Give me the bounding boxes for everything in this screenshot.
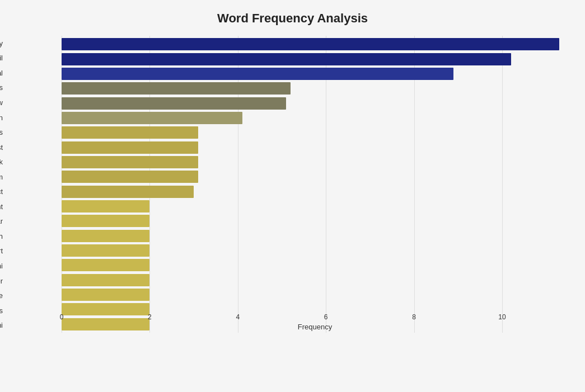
bar-karachi xyxy=(62,259,149,271)
x-tick: 6 xyxy=(324,313,328,321)
bar-row xyxy=(62,37,568,51)
bar-row xyxy=(62,273,568,287)
y-label-terrorist: terrorist xyxy=(0,144,3,151)
bar-attack xyxy=(62,156,198,168)
bars-wrapper xyxy=(62,36,568,333)
bar-pakistan xyxy=(62,112,242,124)
bar-members xyxy=(62,82,291,95)
y-label-act: act xyxy=(0,188,3,195)
bar-international xyxy=(62,68,453,80)
y-label-international: international xyxy=(0,69,3,77)
y-label-nationals: nationals xyxy=(0,307,3,314)
y-label-security: security xyxy=(0,40,3,47)
bar-press xyxy=(62,126,198,139)
bar-terrorist xyxy=(62,141,198,154)
bar-act xyxy=(62,186,194,198)
bar-row xyxy=(62,125,568,140)
y-label-attack: attack xyxy=(0,158,3,166)
bar-airport xyxy=(62,244,149,257)
chart-area: securitycouncilinternationalmemberslawpa… xyxy=(62,36,568,355)
bar-row xyxy=(62,258,568,272)
y-label-terrorism: terrorism xyxy=(0,173,3,181)
y-label-press: press xyxy=(0,129,3,136)
bars-and-grid: 0246810 Frequency xyxy=(62,36,568,333)
bar-council xyxy=(62,53,511,65)
bar-terrorism xyxy=(62,171,198,183)
chart-title: Word Frequency Analysis xyxy=(17,11,568,26)
bar-row xyxy=(62,184,568,199)
x-axis: 0246810 Frequency xyxy=(62,310,568,333)
y-label-near: near xyxy=(0,218,3,225)
bar-law xyxy=(62,97,286,110)
bar-security xyxy=(62,38,559,50)
bar-row xyxy=(62,96,568,110)
y-label-members: members xyxy=(0,84,3,91)
x-tick: 8 xyxy=(412,313,416,321)
bar-row xyxy=(62,287,568,302)
bar-row xyxy=(62,228,568,243)
bar-statement xyxy=(62,200,149,212)
bar-jinnah xyxy=(62,230,149,242)
bar-chinese xyxy=(62,289,149,301)
bar-october xyxy=(62,274,149,286)
x-tick: 4 xyxy=(236,313,240,321)
x-tick: 2 xyxy=(148,313,152,321)
bar-row xyxy=(62,67,568,81)
bar-near xyxy=(62,215,149,227)
bar-row xyxy=(62,243,568,258)
y-label-council: council xyxy=(0,54,3,62)
x-tick: 10 xyxy=(498,313,506,321)
bar-row xyxy=(62,140,568,154)
y-label-october: october xyxy=(0,277,3,285)
y-label-karachi: karachi xyxy=(0,262,3,270)
y-label-pakistan: pakistan xyxy=(0,114,3,121)
bar-row xyxy=(62,214,568,228)
x-axis-label: Frequency xyxy=(62,323,568,333)
bar-row xyxy=(62,155,568,169)
y-label-pakistani: pakistani xyxy=(0,322,3,329)
bar-row xyxy=(62,111,568,125)
y-label-law: law xyxy=(0,99,3,106)
y-label-airport: airport xyxy=(0,247,3,254)
y-label-chinese: chinese xyxy=(0,292,3,299)
y-label-jinnah: jinnah xyxy=(0,233,3,240)
bar-row xyxy=(62,169,568,184)
bar-row xyxy=(62,51,568,66)
chart-container: Word Frequency Analysis securitycouncili… xyxy=(0,0,585,392)
bar-row xyxy=(62,81,568,96)
x-tick: 0 xyxy=(60,313,64,321)
bar-row xyxy=(62,199,568,214)
y-label-statement: statement xyxy=(0,203,3,210)
